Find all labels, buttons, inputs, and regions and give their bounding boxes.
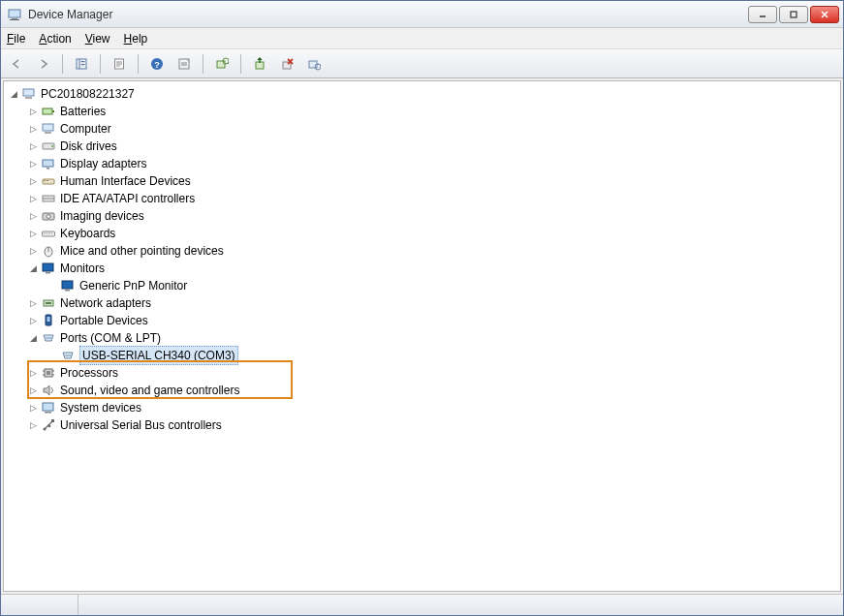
- minimize-button[interactable]: [748, 6, 777, 23]
- svg-rect-10: [81, 64, 85, 65]
- menu-action[interactable]: Action: [39, 32, 71, 46]
- svg-rect-30: [25, 97, 32, 99]
- toolbar-separator: [240, 54, 241, 74]
- expand-icon[interactable]: ▷: [27, 106, 39, 117]
- tree-item-usb-serial-ch340[interactable]: ▷ USB-SERIAL CH340 (COM3): [45, 347, 838, 364]
- expand-icon[interactable]: ▷: [27, 123, 39, 135]
- svg-rect-23: [256, 62, 264, 69]
- menu-file[interactable]: File: [7, 32, 25, 46]
- uninstall-device-button[interactable]: [275, 52, 298, 76]
- collapse-icon[interactable]: ◢: [8, 88, 19, 100]
- forward-button[interactable]: [32, 52, 55, 76]
- update-driver-button[interactable]: [248, 52, 271, 76]
- tree-item-portable[interactable]: ▷ Portable Devices: [25, 312, 838, 329]
- tree-item-label: Ports (COM & LPT): [60, 329, 161, 347]
- tree-item-imaging[interactable]: ▷ Imaging devices: [25, 207, 838, 225]
- svg-rect-39: [43, 179, 54, 184]
- svg-rect-31: [43, 108, 52, 114]
- svg-rect-32: [52, 110, 54, 112]
- statusbar: [1, 594, 843, 615]
- collapse-icon[interactable]: ◢: [27, 332, 39, 344]
- expand-icon[interactable]: ▷: [27, 419, 39, 431]
- disk-icon: [41, 139, 56, 154]
- tree-root[interactable]: ◢ PC201808221327: [6, 85, 838, 103]
- tree-item-sound[interactable]: ▷ Sound, video and game controllers: [25, 382, 838, 399]
- expand-icon[interactable]: ▷: [27, 228, 39, 239]
- expand-icon[interactable]: ▷: [27, 245, 39, 257]
- statusbar-cell: [78, 595, 843, 615]
- expand-icon[interactable]: ▷: [27, 402, 39, 414]
- close-button[interactable]: [810, 6, 839, 23]
- tree-item-usb[interactable]: ▷ Universal Serial Bus controllers: [25, 416, 838, 434]
- back-button[interactable]: [5, 52, 28, 76]
- tree-item-ports[interactable]: ◢ Ports (COM & LPT): [25, 329, 838, 347]
- tree-item-mice[interactable]: ▷ Mice and other pointing devices: [25, 242, 838, 260]
- tree-item-generic-monitor[interactable]: ▷ Generic PnP Monitor: [45, 277, 838, 294]
- svg-rect-41: [47, 180, 48, 181]
- collapse-icon[interactable]: ◢: [27, 262, 39, 274]
- usb-icon: [41, 417, 56, 433]
- svg-point-79: [48, 425, 51, 428]
- tree-item-label: Network adapters: [60, 294, 151, 312]
- svg-point-64: [49, 337, 51, 339]
- maximize-button[interactable]: [779, 6, 808, 23]
- expand-icon[interactable]: ▷: [27, 140, 39, 152]
- menu-help[interactable]: Help: [124, 32, 148, 46]
- svg-rect-74: [43, 403, 53, 411]
- svg-rect-4: [791, 12, 797, 17]
- expand-icon[interactable]: ▷: [27, 297, 39, 309]
- tree-item-disk-drives[interactable]: ▷ Disk drives: [25, 138, 838, 155]
- tree-item-keyboards[interactable]: ▷ Keyboards: [25, 225, 838, 242]
- expand-icon[interactable]: ▷: [27, 385, 39, 396]
- tree-item-label: Portable Devices: [60, 312, 148, 329]
- tree-root-label: PC201808221327: [41, 85, 135, 103]
- toolbar-separator: [100, 54, 101, 74]
- properties-button[interactable]: [108, 52, 131, 76]
- scan-hardware-button[interactable]: [210, 52, 234, 76]
- tree-item-hid[interactable]: ▷ Human Interface Devices: [25, 172, 838, 190]
- expand-icon[interactable]: ▷: [27, 210, 39, 222]
- tree-item-label: Mice and other pointing devices: [60, 242, 224, 260]
- disable-device-button[interactable]: [302, 52, 326, 76]
- menubar: File Action View Help: [1, 28, 843, 49]
- keyboard-icon: [41, 226, 56, 241]
- svg-point-67: [69, 354, 71, 356]
- battery-icon: [41, 104, 56, 119]
- tree-item-label: Disk drives: [60, 138, 117, 155]
- expand-icon[interactable]: ▷: [27, 158, 39, 169]
- monitor-icon: [60, 278, 76, 293]
- svg-rect-54: [43, 263, 53, 271]
- svg-rect-20: [217, 61, 225, 68]
- expand-icon[interactable]: ▷: [27, 315, 39, 326]
- svg-point-65: [65, 354, 67, 356]
- svg-rect-2: [10, 19, 19, 20]
- svg-rect-61: [47, 317, 50, 322]
- device-manager-icon: [7, 7, 22, 22]
- tree-item-computer[interactable]: ▷ Computer: [25, 120, 838, 138]
- svg-rect-78: [51, 419, 54, 422]
- menu-view[interactable]: View: [85, 32, 110, 46]
- svg-rect-75: [45, 412, 51, 414]
- expand-icon[interactable]: ▷: [27, 175, 39, 187]
- tree-item-monitors[interactable]: ◢ Monitors: [25, 260, 838, 277]
- expand-icon[interactable]: ▷: [27, 367, 39, 379]
- tree-item-label: Generic PnP Monitor: [79, 277, 187, 294]
- svg-rect-17: [179, 59, 189, 69]
- action-list-button[interactable]: [172, 52, 196, 76]
- monitor-icon: [41, 261, 56, 276]
- tree-item-system[interactable]: ▷ System devices: [25, 399, 838, 416]
- tree-item-label: Display adapters: [60, 155, 146, 172]
- svg-rect-69: [47, 371, 50, 375]
- show-hide-tree-button[interactable]: [70, 52, 93, 76]
- tree-item-network[interactable]: ▷ Network adapters: [25, 294, 838, 312]
- tree-item-ide[interactable]: ▷ IDE ATA/ATAPI controllers: [25, 190, 838, 207]
- tree-item-display-adapters[interactable]: ▷ Display adapters: [25, 155, 838, 172]
- expand-icon[interactable]: ▷: [27, 193, 39, 204]
- titlebar: Device Manager: [1, 1, 843, 28]
- tree-item-batteries[interactable]: ▷ Batteries: [25, 103, 838, 120]
- device-tree-pane[interactable]: ◢ PC201808221327 ▷ Batteries ▷ Computer: [3, 80, 841, 592]
- tree-item-processors[interactable]: ▷ Processors: [25, 364, 838, 382]
- help-button[interactable]: ?: [145, 52, 169, 76]
- statusbar-cell: [1, 595, 78, 615]
- window-title: Device Manager: [28, 8, 748, 21]
